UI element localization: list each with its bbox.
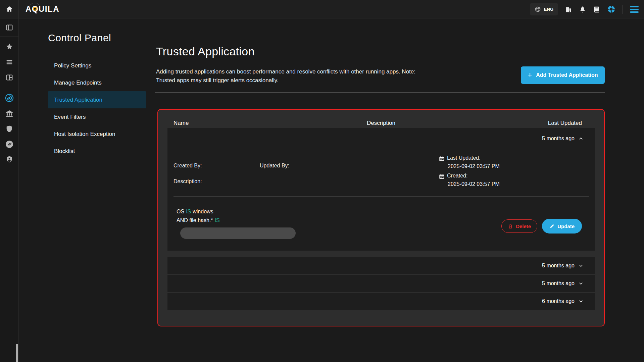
trash-icon [508, 223, 513, 229]
chevron-up-icon [579, 136, 583, 141]
control-panel-title: Control Panel [48, 32, 111, 44]
last-updated-label: Last Updated: [447, 155, 481, 161]
condition-list: OSISwindows AND file.hash.*IS [177, 207, 221, 225]
globe-icon [535, 6, 541, 12]
logo-eye-icon [33, 7, 37, 11]
trusted-application-panel: Name Description Last Updated 5 months a… [157, 109, 605, 326]
book-icon[interactable] [593, 6, 600, 13]
calendar-icon [439, 155, 445, 162]
chevron-down-icon [579, 281, 583, 286]
created-by-label: Created By: [174, 163, 202, 169]
updated-by-label: Updated By: [260, 163, 289, 169]
plus-icon: + [528, 71, 532, 79]
date-info: Last Updated: 2025-09-02 03:57 PM Create… [439, 155, 500, 191]
description-label: Description: [174, 178, 202, 185]
home-icon [6, 5, 13, 13]
control-panel-menu: Policy Settings Manage Endpoints Trusted… [48, 57, 146, 160]
update-button-label: Update [557, 223, 575, 229]
row-relative-time: 6 months ago [542, 298, 575, 304]
row-relative-time: 5 months ago [542, 280, 575, 287]
menu-item-blocklist[interactable]: Blocklist [48, 143, 146, 160]
language-label: ENG [544, 7, 553, 12]
topbar: AQUILA ENG [0, 0, 644, 18]
topbar-divider [622, 5, 623, 14]
table-row[interactable]: 5 months ago [167, 275, 595, 292]
bank-icon[interactable] [5, 109, 14, 118]
add-button-label: Add Trusted Application [536, 72, 598, 78]
table-row[interactable]: 5 months ago [167, 257, 595, 274]
table-row[interactable]: 6 months ago [167, 293, 595, 310]
shield-icon[interactable] [5, 125, 13, 133]
created-value: 2025-09-02 03:57 PM [448, 181, 500, 187]
topbar-divider [523, 5, 523, 14]
chevron-down-icon [579, 299, 583, 304]
menu-item-trusted-application[interactable]: Trusted Application [48, 91, 146, 108]
table-row-expanded: 5 months ago Created By: Updated By: Des… [167, 128, 595, 251]
app-screen: AQUILA ENG [0, 0, 644, 362]
calendar-icon [439, 173, 445, 179]
card-divider [174, 196, 589, 197]
add-trusted-application-button[interactable]: + Add Trusted Application [521, 66, 605, 84]
brand-text-rest: UILA [39, 4, 59, 14]
operator-is: IS [215, 217, 220, 223]
last-updated-value: 2025-09-02 03:57 PM [448, 163, 500, 169]
page-title: Trusted Application [156, 45, 255, 58]
icon-rail [0, 18, 19, 362]
table-header: Name Description Last Updated [158, 119, 604, 127]
section-divider [155, 93, 605, 93]
hash-value-field[interactable] [180, 227, 296, 239]
star-icon[interactable] [5, 43, 13, 51]
row-relative-time: 5 months ago [542, 136, 575, 142]
delete-button[interactable]: Delete [501, 219, 537, 233]
topbar-actions: ENG [523, 0, 639, 18]
panel-toggle-icon[interactable] [5, 23, 13, 32]
column-header-last-updated: Last Updated [457, 120, 604, 126]
condition-line: OSISwindows [177, 207, 221, 216]
menu-icon[interactable] [629, 5, 639, 13]
update-button[interactable]: Update [542, 219, 582, 234]
building-icon[interactable] [565, 6, 572, 13]
created-label: Created: [447, 173, 467, 179]
row-collapse-toggle[interactable]: 5 months ago [542, 136, 583, 142]
menu-item-policy-settings[interactable]: Policy Settings [48, 57, 146, 74]
support-wheel-icon[interactable] [607, 5, 615, 13]
operator-is: IS [186, 209, 191, 214]
menu-item-host-isolation-exception[interactable]: Host Isolation Exception [48, 125, 146, 143]
menu-item-event-filters[interactable]: Event Filters [48, 108, 146, 125]
user-shield-icon[interactable] [5, 155, 13, 163]
grid-layout-icon[interactable] [5, 73, 13, 82]
row-relative-time: 5 months ago [542, 263, 575, 269]
condition-line: AND file.hash.*IS [177, 216, 221, 225]
delete-button-label: Delete [516, 223, 531, 229]
brand-logo: AQUILA [26, 4, 59, 14]
page-description: Adding trusted applications can boost pe… [156, 67, 425, 85]
list-icon[interactable] [5, 58, 13, 66]
radar-icon[interactable] [5, 93, 14, 103]
menu-item-manage-endpoints[interactable]: Manage Endpoints [48, 74, 146, 91]
brand-text-a: A [26, 4, 32, 14]
chevron-down-icon [579, 263, 583, 268]
language-selector[interactable]: ENG [530, 3, 558, 15]
row-actions: Delete Update [501, 219, 582, 234]
column-header-description: Description [305, 120, 457, 126]
gauge-icon[interactable] [5, 140, 14, 149]
home-button[interactable] [0, 0, 19, 18]
bell-icon[interactable] [579, 6, 586, 13]
rail-scrollbar-thumb[interactable] [16, 344, 18, 362]
brand-text-q: Q [32, 4, 39, 14]
column-header-name: Name [158, 120, 305, 126]
pencil-icon [549, 223, 555, 229]
